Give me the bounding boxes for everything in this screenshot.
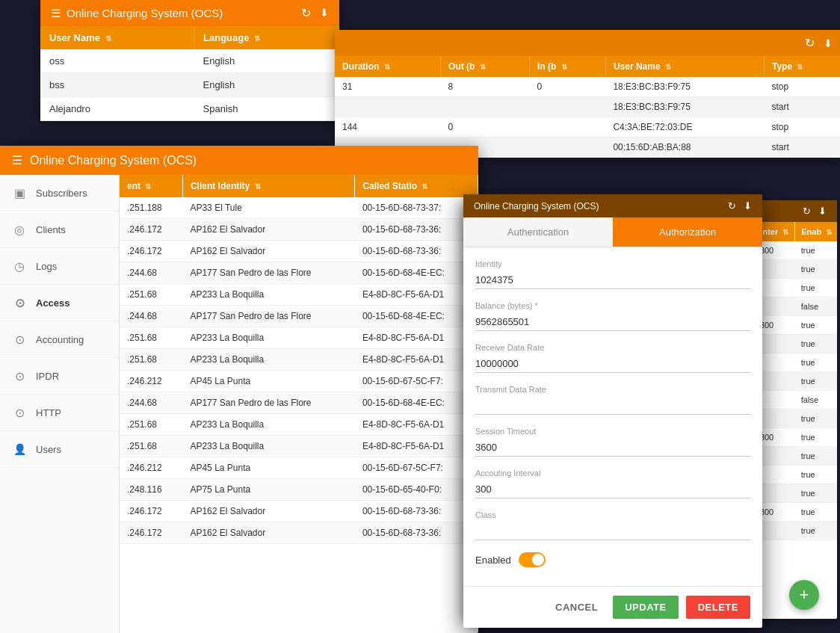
table-row[interactable]: .244.68AP177 San Pedro de las Flore00-15… bbox=[120, 306, 478, 327]
cell-ent: .251.68 bbox=[120, 349, 182, 371]
main-menu-icon bbox=[12, 153, 22, 167]
edit-dialog: Online Charging System (OCS) ↻ ⬇ Authent… bbox=[463, 194, 762, 628]
table-row[interactable]: .251.68AP233 La BoquillaE4-8D-8C-F5-6A-D… bbox=[120, 349, 478, 371]
cell-called: 00-15-6D-67-5C-F7: bbox=[355, 457, 478, 479]
field-session-timeout: Session Timeout bbox=[475, 427, 750, 457]
table-row[interactable]: .251.68AP233 La BoquillaE4-8D-8C-F5-6A-D… bbox=[120, 414, 478, 436]
sidebar-label-ipdr: IPDR bbox=[36, 371, 59, 382]
radius-table: Duration ⇅Out (b ⇅In (b ⇅User Name ⇅Type… bbox=[335, 56, 840, 158]
main-col-identity[interactable]: Client Identity ⇅ bbox=[182, 175, 354, 197]
transmit-rate-label: Transmit Data Rate bbox=[475, 385, 750, 394]
cancel-button[interactable]: CANCEL bbox=[548, 597, 605, 617]
cell-identity: AP233 La Boquilla bbox=[182, 414, 354, 436]
col-header[interactable]: Out (b ⇅ bbox=[441, 56, 530, 77]
table-cell: true bbox=[795, 335, 837, 353]
radius-refresh-icon[interactable] bbox=[805, 36, 815, 50]
cell-called: 00-15-6D-68-73-37: bbox=[355, 197, 478, 219]
sidebar-label-subscribers: Subscribers bbox=[36, 188, 87, 199]
table-row[interactable]: .244.68AP177 San Pedro de las Flore00-15… bbox=[120, 262, 478, 284]
fab-button[interactable]: + bbox=[789, 580, 819, 610]
bottom-download-icon[interactable]: ⬇ bbox=[818, 206, 827, 217]
radius-download-icon[interactable] bbox=[824, 37, 833, 49]
session-timeout-input[interactable] bbox=[475, 439, 750, 457]
cell-called: 00-15-6D-68-73-36: bbox=[355, 501, 478, 522]
main-col-called[interactable]: Called Statio ⇅ bbox=[355, 175, 478, 197]
update-button[interactable]: UPDATE bbox=[613, 596, 678, 619]
table-row[interactable]: 318018:E3:BC:B3:F9:75stop bbox=[335, 77, 840, 97]
cell-called: E4-8D-8C-F5-6A-D1 bbox=[355, 284, 478, 306]
dialog-download-icon[interactable]: ⬇ bbox=[744, 200, 752, 211]
identity-input[interactable] bbox=[475, 271, 750, 289]
col-header[interactable]: User Name ⇅ bbox=[605, 56, 764, 77]
table-cell: true bbox=[795, 279, 837, 297]
sidebar-item-users[interactable]: Users bbox=[0, 431, 119, 468]
table-row[interactable]: .251.68AP233 La BoquillaE4-8D-8C-F5-6A-D… bbox=[120, 327, 478, 349]
table-cell: stop bbox=[764, 77, 840, 97]
sidebar-item-access[interactable]: Access bbox=[0, 285, 119, 321]
sidebar-item-clients[interactable]: Clients bbox=[0, 211, 119, 248]
main-col-ent[interactable]: ent ⇅ bbox=[120, 175, 182, 197]
cell-called: E4-8D-8C-F5-6A-D1 bbox=[355, 327, 478, 349]
table-cell: 0 bbox=[529, 77, 605, 97]
receive-rate-input[interactable] bbox=[475, 355, 750, 373]
dialog-refresh-icon[interactable]: ↻ bbox=[728, 200, 736, 211]
table-row[interactable]: bssEnglish bbox=[40, 73, 339, 97]
sidebar-item-accounting[interactable]: Accounting bbox=[0, 321, 119, 358]
table-row[interactable]: .246.212AP45 La Punta00-15-6D-67-5C-F7: bbox=[120, 371, 478, 392]
col-username[interactable]: User Name ⇅ bbox=[40, 26, 194, 49]
col-header[interactable]: Enab ⇅ bbox=[795, 222, 837, 241]
cell-ent: .251.68 bbox=[120, 414, 182, 436]
table-cell: true bbox=[795, 428, 837, 447]
table-row[interactable]: .251.68AP233 La BoquillaE4-8D-8C-F5-6A-D… bbox=[120, 436, 478, 457]
field-receive-rate: Receive Data Rate bbox=[475, 343, 750, 373]
table-row[interactable]: .246.212AP45 La Punta00-15-6D-67-5C-F7: bbox=[120, 457, 478, 479]
table-row[interactable]: .246.172AP162 El Salvador00-15-6D-68-73-… bbox=[120, 241, 478, 262]
table-row[interactable]: .251.188AP33 El Tule00-15-6D-68-73-37: bbox=[120, 197, 478, 219]
table-row[interactable]: ossEnglish bbox=[40, 49, 339, 73]
tab-authorization[interactable]: Authorization bbox=[613, 217, 762, 247]
table-row[interactable]: .246.172AP162 El Salvador00-15-6D-68-73-… bbox=[120, 522, 478, 544]
cell-ent: .244.68 bbox=[120, 262, 182, 284]
download-icon[interactable] bbox=[320, 6, 329, 20]
table-cell: true bbox=[795, 503, 837, 522]
main-titlebar: Online Charging System (OCS) bbox=[0, 146, 478, 175]
table-row[interactable]: .251.68AP233 La BoquillaE4-8D-8C-F5-6A-D… bbox=[120, 284, 478, 306]
transmit-rate-input[interactable] bbox=[475, 397, 750, 415]
subscribers-icon bbox=[12, 185, 27, 200]
table-row[interactable]: 1440C4:3A:BE:72:03:DEstop bbox=[335, 117, 840, 138]
class-input[interactable] bbox=[475, 522, 750, 540]
sidebar-label-users: Users bbox=[36, 444, 61, 455]
table-cell: start bbox=[764, 138, 840, 158]
accounting-interval-input[interactable] bbox=[475, 481, 750, 498]
balance-input[interactable] bbox=[475, 313, 750, 331]
cell-identity: AP75 La Punta bbox=[182, 479, 354, 501]
cell-identity: AP45 La Punta bbox=[182, 371, 354, 392]
cell-ent: .251.188 bbox=[120, 197, 182, 219]
col-language[interactable]: Language ⇅ bbox=[194, 26, 339, 49]
delete-button[interactable]: DELETE bbox=[686, 596, 750, 619]
sidebar-item-ipdr[interactable]: IPDR bbox=[0, 358, 119, 395]
sidebar-item-subscribers[interactable]: Subscribers bbox=[0, 175, 119, 211]
sidebar-item-http[interactable]: HTTP bbox=[0, 395, 119, 431]
refresh-icon[interactable] bbox=[301, 6, 311, 20]
enabled-toggle[interactable] bbox=[519, 552, 546, 567]
table-row[interactable]: .248.116AP75 La Punta00-15-6D-65-40-F0: bbox=[120, 479, 478, 501]
table-cell: stop bbox=[764, 117, 840, 138]
main-table: ent ⇅ Client Identity ⇅ Called Statio ⇅ … bbox=[120, 175, 478, 544]
table-row[interactable]: .246.172AP162 El Salvador00-15-6D-68-73-… bbox=[120, 501, 478, 522]
col-header[interactable]: Duration ⇅ bbox=[335, 56, 441, 77]
col-header[interactable]: In (b ⇅ bbox=[529, 56, 605, 77]
table-row[interactable]: AlejandroSpanish bbox=[40, 97, 339, 121]
table-cell bbox=[529, 97, 605, 117]
table-cell: true bbox=[795, 410, 837, 428]
session-timeout-label: Session Timeout bbox=[475, 427, 750, 436]
tab-authentication[interactable]: Authentication bbox=[463, 217, 613, 247]
sidebar-item-logs[interactable]: Logs bbox=[0, 248, 119, 285]
cell-ent: .244.68 bbox=[120, 392, 182, 414]
col-header[interactable]: Type ⇅ bbox=[764, 56, 840, 77]
bottom-refresh-icon[interactable]: ↻ bbox=[803, 206, 811, 217]
table-row[interactable]: .244.68AP177 San Pedro de las Flore00-15… bbox=[120, 392, 478, 414]
cell-identity: AP233 La Boquilla bbox=[182, 284, 354, 306]
table-row[interactable]: .246.172AP162 El Salvador00-15-6D-68-73-… bbox=[120, 219, 478, 241]
table-row[interactable]: 18:E3:BC:B3:F9:75start bbox=[335, 97, 840, 117]
